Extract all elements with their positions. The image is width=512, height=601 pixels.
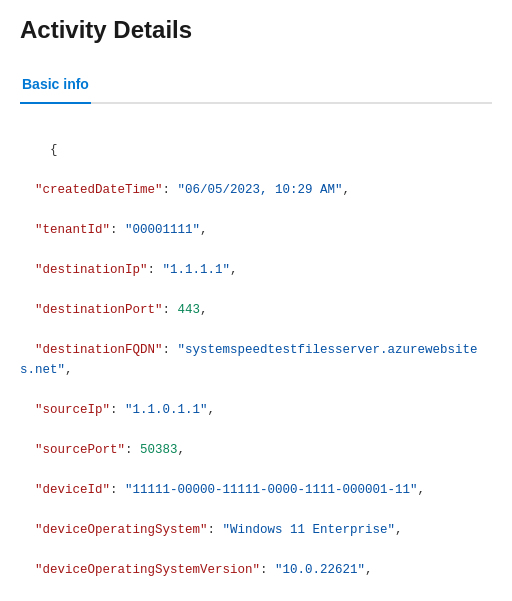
json-content: { "createdDateTime": "06/05/2023, 10:29 … [20,120,492,601]
tab-basic-info[interactable]: Basic info [20,68,91,104]
tab-bar: Basic info [20,68,492,104]
main-container: Activity Details Basic info { "createdDa… [0,0,512,601]
page-title: Activity Details [20,16,492,48]
